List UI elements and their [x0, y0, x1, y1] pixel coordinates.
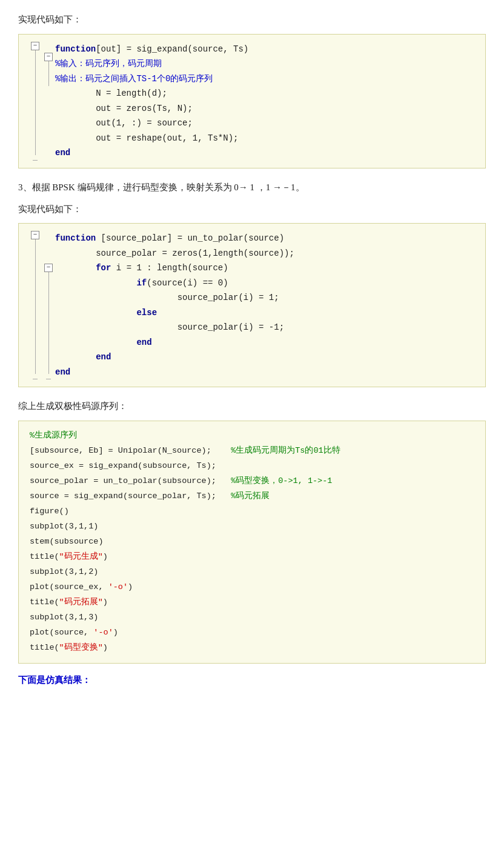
cb3-line-6: figure() — [30, 504, 474, 519]
cb3-code-14b: ) — [113, 628, 118, 637]
code-line-2-2: source_polar = zeros(1,length(source)); — [55, 246, 476, 261]
cb3-comment-5: %码元拓展 — [221, 491, 270, 501]
cb3-str-11: '-o' — [108, 582, 128, 591]
code-line-2-4: if(source(i) == 0) — [55, 276, 476, 291]
keyword-function-1: function — [55, 44, 96, 54]
cb3-code-10: subplot(3,1,2) — [30, 567, 98, 576]
comment-1-2: %输入：码元序列，码元周期 — [55, 59, 162, 68]
cb3-code-4: source_polar = un_to_polar(subsource); — [30, 476, 216, 485]
cb3-code-7: subplot(3,1,1) — [30, 522, 98, 531]
code-line-1-7: out = reshape(out, 1, Ts*N); — [55, 131, 476, 146]
horiz-tick-2b — [46, 379, 51, 379]
vert-line-1 — [35, 50, 36, 155]
cb3-comment-4: %码型变换，0->1, 1->-1 — [221, 476, 332, 485]
cb3-code-9a: title( — [30, 552, 59, 561]
code-block-1: − − function[out] = sig_expand(source, T… — [18, 34, 486, 168]
cb3-line-15: title("码型变换") — [30, 641, 474, 656]
keyword-end-2a: end — [136, 338, 151, 347]
code-line-1-8: end — [55, 145, 476, 161]
cb3-code-8: stem(subsource) — [30, 537, 104, 546]
vert-line-1b — [48, 61, 49, 86]
intro-text-1: 实现代码如下： — [18, 12, 486, 28]
keyword-for: for — [96, 263, 111, 273]
code-block-2: − − function [source_polar] = un_to_pola… — [18, 223, 486, 387]
code-line-2-3: for i = 1 : length(source) — [55, 261, 476, 276]
fold-btn-2b[interactable]: − — [44, 264, 53, 272]
cb3-code-6: figure() — [30, 507, 69, 516]
cb3-line-13: subplot(3,1,3) — [30, 610, 474, 625]
code-line-2-10: end — [55, 365, 476, 380]
code-line-1-4: N = length(d); — [55, 86, 476, 101]
cb3-code-15b: ) — [103, 643, 108, 652]
section2-subtext: 实现代码如下： — [18, 202, 486, 218]
cb3-line-14: plot(source, '-o') — [30, 625, 474, 641]
gutter-2: − — [28, 231, 42, 379]
keyword-end-1: end — [55, 148, 70, 158]
gutter-1: − — [28, 42, 42, 161]
keyword-function-2: function — [55, 233, 96, 243]
cb3-code-15a: title( — [30, 643, 59, 652]
code-line-1-5: out = zeros(Ts, N); — [55, 101, 476, 116]
code-line-1-6: out(1, :) = source; — [55, 116, 476, 131]
vert-line-2 — [35, 239, 36, 374]
cb3-code-14a: plot(source, — [30, 628, 93, 637]
code-line-1-2: %输入：码元序列，码元周期 — [55, 56, 476, 72]
cb3-line-12: title("码元拓展") — [30, 595, 474, 610]
code-block-3: %生成源序列 [subsource, Eb] = Unipolar(N_sour… — [18, 421, 486, 664]
cb3-str-12: "码元拓展" — [59, 598, 103, 607]
cb3-code-11b: ) — [128, 582, 133, 591]
cb3-line-7: subplot(3,1,1) — [30, 519, 474, 535]
comment-1-3: %输出：码元之间插入TS-1个0的码元序列 — [55, 74, 213, 84]
code-line-1-1: function[out] = sig_expand(source, Ts) — [55, 42, 476, 57]
horiz-tick-1 — [33, 160, 38, 161]
cb3-code-12a: title( — [30, 598, 59, 607]
section3-text: 综上生成双极性码源序列： — [18, 398, 486, 415]
code-line-2-5: source_polar(i) = 1; — [55, 290, 476, 305]
code-main-2: function [source_polar] = un_to_polar(so… — [55, 231, 476, 379]
cb3-line-9: title("码元生成") — [30, 550, 474, 565]
cb3-comment-1: %生成源序列 — [30, 431, 77, 440]
keyword-end-2b: end — [96, 352, 111, 362]
keyword-end-2c: end — [55, 367, 70, 377]
cb3-line-4: source_polar = un_to_polar(subsource); %… — [30, 474, 474, 489]
cb3-comment-2: %生成码元周期为Ts的01比特 — [216, 446, 340, 455]
cb3-code-9b: ) — [103, 552, 108, 561]
cb3-code-5: source = sig_expand(source_polar, Ts); — [30, 491, 216, 501]
vert-line-2b — [48, 272, 49, 374]
cb3-code-13: subplot(3,1,3) — [30, 613, 98, 622]
keyword-if: if — [136, 278, 147, 288]
fold-btn-2[interactable]: − — [31, 231, 39, 239]
fold-btn-1[interactable]: − — [31, 42, 39, 50]
cb3-line-10: subplot(3,1,2) — [30, 565, 474, 580]
cb3-line-3: source_ex = sig_expand(subsource, Ts); — [30, 459, 474, 474]
bottom-text: 下面是仿真结果： — [18, 674, 486, 686]
cb3-line-2: [subsource, Eb] = Unipolar(N_source); %生… — [30, 444, 474, 459]
cb3-code-12b: ) — [103, 598, 108, 607]
cb3-str-15: "码型变换" — [59, 643, 103, 652]
cb3-line-8: stem(subsource) — [30, 535, 474, 550]
fold-btn-1b[interactable]: − — [44, 53, 53, 61]
section2-main: 3、根据 BPSK 编码规律，进行码型变换，映射关系为 0→ 1 ，1 →－1。 — [18, 182, 305, 192]
code-for-text: i = 1 : length(source) — [111, 263, 228, 273]
cb3-str-14: '-o' — [93, 628, 113, 637]
code-line-2-7: source_polar(i) = -1; — [55, 320, 476, 335]
code-line-2-6: else — [55, 305, 476, 321]
cb3-code-3: source_ex = sig_expand(subsource, Ts); — [30, 461, 216, 470]
horiz-tick-2 — [33, 379, 38, 379]
cb3-code-2: [subsource, Eb] = Unipolar(N_source); — [30, 446, 211, 455]
code-line-2-8: end — [55, 335, 476, 350]
cb3-line-1: %生成源序列 — [30, 428, 474, 444]
cb3-line-11: plot(source_ex, '-o') — [30, 580, 474, 595]
cb3-str-9: "码元生成" — [59, 552, 103, 561]
code-main-1: function[out] = sig_expand(source, Ts) %… — [55, 42, 476, 161]
keyword-else: else — [136, 308, 157, 318]
code-text-2-1: [source_polar] = un_to_polar(source) — [96, 233, 284, 243]
code-line-1-3: %输出：码元之间插入TS-1个0的码元序列 — [55, 72, 476, 87]
section2-text: 3、根据 BPSK 编码规律，进行码型变换，映射关系为 0→ 1 ，1 →－1。 — [18, 179, 486, 196]
code-line-2-9: end — [55, 350, 476, 365]
cb3-code-11a: plot(source_ex, — [30, 582, 108, 591]
code-line-2-1: function [source_polar] = un_to_polar(so… — [55, 231, 476, 246]
cb3-line-5: source = sig_expand(source_polar, Ts); %… — [30, 489, 474, 504]
code-text-1-1: [out] = sig_expand(source, Ts) — [96, 44, 248, 54]
